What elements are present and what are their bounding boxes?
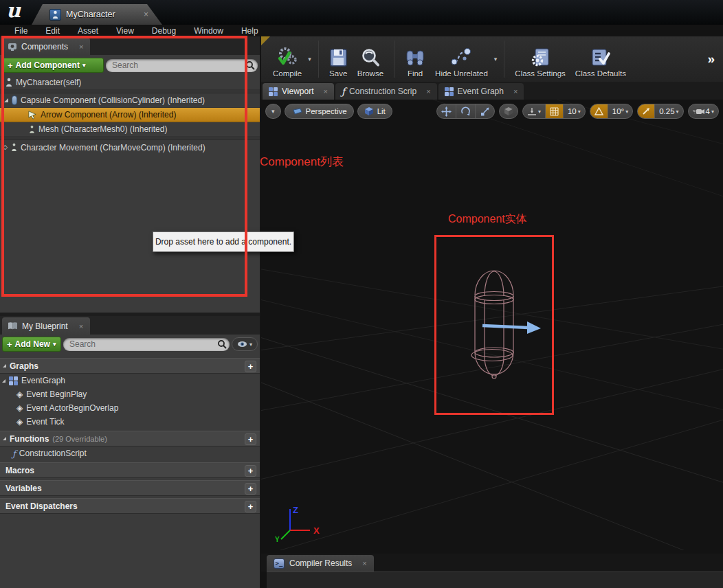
tab-construction-script[interactable]: ƒ Construction Scrip × [335, 83, 437, 100]
component-row-mesh[interactable]: Mesh (CharacterMesh0) (Inherited) [0, 122, 260, 137]
section-macros[interactable]: Macros + [0, 462, 260, 478]
scale-snap-value: 0.25 [659, 107, 674, 115]
event-row-beginplay[interactable]: ◈ Event BeginPlay [0, 387, 260, 401]
function-icon: ƒ [342, 86, 345, 97]
rotation-snap-value-button[interactable]: 10° ▾ [608, 104, 632, 118]
camera-speed-button[interactable]: 4 ▾ [689, 104, 718, 118]
camera-speed-group[interactable]: 4 ▾ [688, 104, 719, 119]
rotation-snap-toggle[interactable] [590, 104, 608, 118]
components-tab-close-icon[interactable]: × [79, 43, 83, 51]
visibility-filter-button[interactable]: ▾ [232, 337, 258, 351]
scale-tool-button[interactable] [475, 104, 494, 118]
coordinate-space-button[interactable] [499, 104, 518, 119]
scale-icon [480, 106, 490, 117]
perspective-button[interactable]: Perspective [285, 104, 354, 119]
compiler-tab-close-icon[interactable]: × [362, 559, 366, 567]
add-macro-button[interactable]: + [245, 465, 256, 477]
perspective-label: Perspective [306, 107, 347, 115]
find-button[interactable]: Find [400, 39, 430, 79]
menu-window[interactable]: Window [185, 26, 232, 36]
scale-snap-toggle[interactable] [638, 104, 654, 118]
components-panel: Components × + Add Component ▾ MyCharact… [0, 36, 260, 313]
section-functions[interactable]: Functions (29 Overridable) + [0, 431, 260, 446]
my-blueprint-tab[interactable]: My Blueprint × [2, 317, 90, 335]
add-graph-button[interactable]: + [245, 361, 256, 372]
component-row-arrow-selected[interactable]: Arrow Component (Arrow) (Inherited) [0, 108, 260, 122]
my-blueprint-search-input[interactable] [63, 338, 230, 351]
main-toolbar: Compile ▾ Save Browse Find [261, 36, 723, 82]
menu-view[interactable]: View [107, 26, 143, 36]
my-blueprint-tab-label: My Blueprint [22, 321, 68, 331]
menu-asset[interactable]: Asset [69, 26, 107, 36]
event-row-label: Event ActorBeginOverlap [26, 403, 118, 413]
components-search-input[interactable] [106, 59, 258, 72]
compiler-results-tab[interactable]: >_ Compiler Results × [267, 555, 374, 572]
tab-close-icon[interactable]: × [513, 87, 518, 95]
rotate-tool-button[interactable] [456, 104, 475, 118]
grid-snap-toggle[interactable] [545, 104, 563, 118]
section-variables[interactable]: Variables + [0, 480, 260, 496]
section-graphs[interactable]: Graphs + [0, 358, 260, 374]
compile-button[interactable]: Compile [268, 39, 307, 79]
scale-snap-value-button[interactable]: 0.25 ▾ [654, 104, 682, 118]
toolbar-overflow-icon[interactable]: » [707, 52, 715, 67]
asset-tab-mycharacter[interactable]: MyCharacter × [32, 4, 162, 25]
function-row-constructionscript[interactable]: ƒ ConstructionScript [0, 446, 260, 460]
arrow-gizmo [482, 321, 541, 334]
hide-unrelated-options-icon[interactable]: ▾ [494, 56, 498, 63]
class-settings-button[interactable]: Class Settings [510, 39, 570, 79]
add-variable-button[interactable]: + [245, 483, 256, 495]
add-component-button[interactable]: + Add Component ▾ [2, 58, 104, 73]
my-blueprint-tab-close-icon[interactable]: × [79, 322, 83, 330]
hide-unrelated-button[interactable]: Hide Unrelated [430, 39, 493, 79]
surface-snap-button[interactable]: ▾ [523, 104, 545, 118]
chevron-down-icon: ▾ [82, 62, 86, 69]
tab-event-graph[interactable]: Event Graph × [438, 83, 524, 100]
save-button[interactable]: Save [324, 39, 353, 79]
grid-snap-value-button[interactable]: 10 ▾ [563, 104, 585, 118]
section-expand-icon[interactable] [3, 437, 6, 440]
component-row-charmove[interactable]: ◇ Character Movement (CharMoveComp) (Inh… [0, 140, 260, 155]
viewport-options-button[interactable]: ▾ [265, 104, 281, 119]
add-dispatcher-button[interactable]: + [245, 501, 256, 512]
component-row-label: Character Movement (CharMoveComp) (Inher… [21, 143, 205, 152]
expand-triangle-icon[interactable] [4, 98, 8, 102]
diamond-icon: ◇ [3, 144, 8, 150]
expand-triangle-icon[interactable] [2, 379, 5, 383]
translate-tool-button[interactable] [437, 104, 456, 118]
find-icon [405, 45, 425, 67]
menu-bar: File Edit Asset View Debug Window Help [0, 25, 723, 36]
chevron-down-icon: ▾ [53, 341, 56, 348]
section-event-dispatchers[interactable]: Event Dispatchers + [0, 498, 260, 514]
main-dock-column: Compile ▾ Save Browse Find [261, 36, 723, 588]
menu-debug[interactable]: Debug [143, 26, 185, 36]
graph-row-eventgraph[interactable]: EventGraph [0, 374, 260, 387]
asset-tab-close-icon[interactable]: × [144, 10, 148, 19]
tab-viewport[interactable]: Viewport × [263, 83, 334, 100]
browse-button[interactable]: Browse [353, 39, 388, 79]
chevron-down-icon: ▾ [538, 109, 541, 115]
tab-close-icon[interactable]: × [426, 87, 430, 95]
component-row-capsule[interactable]: Capsule Component (CollisionCylinder) (I… [0, 93, 260, 108]
event-row-actorbeginoverlap[interactable]: ◈ Event ActorBeginOverlap [0, 401, 260, 415]
event-row-tick[interactable]: ◈ Event Tick [0, 415, 260, 429]
add-function-button[interactable]: + [245, 433, 256, 445]
component-row-self[interactable]: MyCharacter(self) [0, 76, 260, 90]
class-defaults-button[interactable]: Class Defaults [570, 39, 631, 79]
skeletal-mesh-icon [29, 125, 35, 134]
components-tab[interactable]: Components × [2, 38, 90, 55]
browse-label: Browse [357, 69, 383, 78]
add-new-label: Add New [15, 339, 50, 349]
lit-mode-button[interactable]: Lit [357, 104, 392, 119]
class-defaults-label: Class Defaults [575, 69, 626, 78]
menu-file[interactable]: File [5, 26, 36, 36]
class-defaults-icon [590, 45, 610, 67]
compile-options-icon[interactable]: ▾ [308, 56, 311, 63]
components-panel-header: Components × [0, 36, 260, 55]
tab-close-icon[interactable]: × [323, 87, 327, 95]
section-expand-icon[interactable] [3, 364, 6, 368]
class-settings-label: Class Settings [515, 69, 566, 78]
menu-help[interactable]: Help [232, 26, 267, 36]
add-new-button[interactable]: + Add New ▾ [2, 337, 61, 352]
menu-edit[interactable]: Edit [36, 26, 69, 36]
